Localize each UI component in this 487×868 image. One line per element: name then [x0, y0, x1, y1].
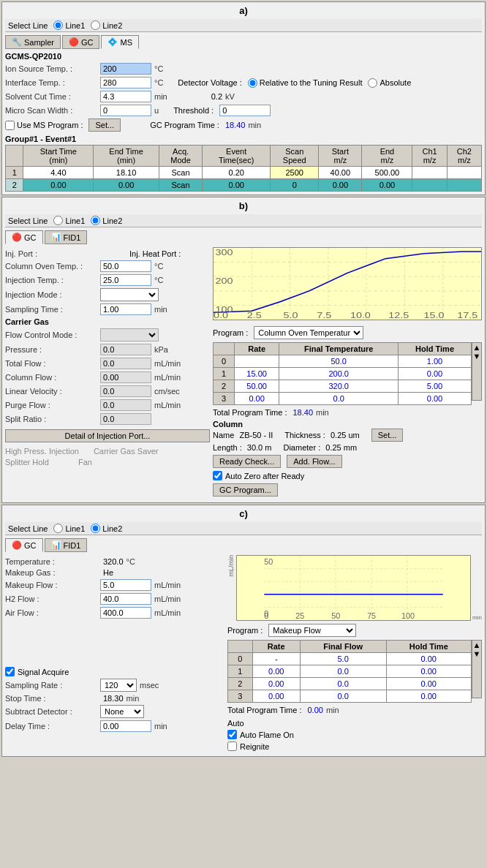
tab-sampler[interactable]: 🔧 Sampler: [5, 35, 61, 49]
split-ratio-input[interactable]: 0.0: [100, 413, 151, 425]
program-select-b[interactable]: Column Oven Temperature: [254, 326, 363, 339]
total-flow-input[interactable]: 0.0: [100, 358, 151, 369]
linear-vel-input[interactable]: 0.0: [100, 385, 151, 397]
set-ms-program-btn[interactable]: Set...: [88, 118, 121, 132]
table-row[interactable]: 1 0.00 0.0 0.00: [228, 665, 472, 678]
table-row[interactable]: 0 50.0 1.00: [214, 355, 472, 368]
pressure-input[interactable]: 0.0: [100, 344, 151, 355]
b-two-col: Inj. Port : Inj. Heat Port : Column Oven…: [5, 247, 482, 499]
total-flow-row: Total Flow : 0.0 mL/min: [5, 358, 210, 369]
auto-zero-check[interactable]: [213, 471, 222, 480]
svg-text:12.5: 12.5: [388, 312, 409, 320]
pressure-row: Pressure : 0.0 kPa: [5, 344, 210, 355]
table-row[interactable]: 0 - 5.0 0.00: [228, 653, 472, 665]
purge-flow-row: Purge Flow : 0.0 mL/min: [5, 399, 210, 411]
line2-radio-a[interactable]: Line2: [91, 20, 122, 30]
flow-control-select[interactable]: [100, 328, 159, 341]
tab-gc-c[interactable]: 🔴 GC: [5, 538, 43, 552]
column-set-btn[interactable]: Set...: [371, 429, 404, 442]
linear-vel-row: Linear Velocity : 0.0 cm/sec: [5, 385, 210, 397]
micro-scan-input[interactable]: 0: [100, 105, 151, 116]
reignite-row: Reignite: [227, 741, 482, 751]
th-end-mz: Endm/z: [362, 146, 412, 167]
auto-flame-row: Auto Flame On: [227, 730, 482, 739]
use-ms-program-check[interactable]: Use MS Program :: [5, 121, 83, 130]
program-table-b: Rate Final Temperature Hold Time 0 50.0 …: [213, 342, 472, 405]
subtract-det-select[interactable]: None: [100, 705, 144, 718]
tab-gc[interactable]: 🔴 GC: [62, 35, 100, 49]
absolute-radio[interactable]: Absolute: [368, 78, 411, 88]
auto-flame-check[interactable]: [227, 730, 237, 739]
svg-text:0: 0: [264, 611, 268, 620]
delay-time-input[interactable]: 0.00: [100, 720, 151, 732]
table-row[interactable]: 3 0.00 0.0 0.00: [228, 690, 472, 703]
line1-radio-a[interactable]: Line1: [53, 20, 85, 30]
add-flow-btn[interactable]: Add. Flow...: [287, 455, 341, 468]
h2-flow-input[interactable]: 40.0: [100, 593, 151, 605]
table-row[interactable]: 2 0.00 0.00 Scan 0.00 0 0.00 0.00: [6, 179, 482, 192]
scrollbar-b[interactable]: ▲▼: [472, 342, 482, 401]
table-row[interactable]: 2 0.00 0.0 0.00: [228, 678, 472, 690]
line1-radio-b[interactable]: Line1: [53, 216, 85, 225]
row-num: 2: [6, 179, 23, 192]
ms-program-row: Use MS Program : Set... GC Program Time …: [5, 118, 482, 132]
inj-temp-input[interactable]: 25.0: [100, 274, 151, 286]
tab-ms[interactable]: 💠 MS: [101, 35, 139, 49]
sampling-rate-row-c: Sampling Rate : 120 msec: [5, 679, 224, 692]
table-row[interactable]: 3 0.00 0.0 0.00: [214, 393, 472, 405]
program-row-c: Program : Makeup Flow: [227, 624, 482, 637]
sampling-rate-select[interactable]: 120: [100, 679, 137, 692]
ms-icon: 💠: [107, 37, 118, 47]
th-acq-mode: Acq.Mode: [159, 146, 203, 167]
line2-radio-c[interactable]: Line2: [91, 524, 122, 533]
solvent-cut-input[interactable]: 4.3: [100, 91, 151, 102]
sampling-time-input[interactable]: 1.00: [100, 303, 151, 315]
scrollbar-c[interactable]: ▲▼: [472, 640, 482, 698]
table-row[interactable]: 1 4.40 18.10 Scan 0.20 2500 40.00 500.00: [6, 167, 482, 179]
temp-row-c: Temperature : 320.0 °C: [5, 557, 224, 566]
inj-mode-row: Injection Mode :: [5, 288, 210, 301]
col-flow-input[interactable]: 0.00: [100, 371, 151, 383]
relative-radio[interactable]: Relative to the Tuning Result: [248, 78, 363, 88]
interface-temp-input[interactable]: 280: [100, 77, 151, 88]
tab-gc-b[interactable]: 🔴 GC: [5, 230, 43, 244]
gc-temp-chart: 300 200 100 0.0 2.5 5.0 7.5 10.0 12.5 15…: [213, 247, 482, 320]
inj-port-row: Inj. Port : Inj. Heat Port :: [5, 249, 210, 258]
splitter-row: Splitter Hold Fan: [5, 458, 210, 467]
tabs-c: 🔴 GC 📊 FID1: [5, 538, 482, 552]
c-two-col: Temperature : 320.0 °C Makeup Gas : He M…: [5, 555, 482, 753]
solvent-cut-row: Solvent Cut Time : 4.3 min 0.2 kV: [5, 91, 482, 102]
table-row[interactable]: 2 50.00 320.0 5.00: [214, 380, 472, 393]
ready-check-btn[interactable]: Ready Check...: [213, 455, 281, 468]
total-prog-time-c: Total Program Time : 0.00 min: [227, 706, 482, 714]
column-flow-row: Column Flow : 0.00 mL/min: [5, 371, 210, 383]
purge-flow-input[interactable]: 0.0: [100, 399, 151, 411]
svg-text:15.0: 15.0: [424, 312, 445, 320]
svg-text:50: 50: [264, 557, 273, 566]
reignite-check[interactable]: [227, 741, 237, 751]
table-row[interactable]: 1 15.00 200.0 0.00: [214, 368, 472, 380]
gc-program-btn[interactable]: GC Program...: [213, 483, 278, 497]
svg-text:200: 200: [216, 277, 233, 286]
program-row-b: Program : Column Oven Temperature: [213, 326, 482, 339]
interface-temp-row: Interface Temp. : 280 °C Detector Voltag…: [5, 77, 482, 88]
line2-radio-b[interactable]: Line2: [91, 216, 122, 225]
makeup-flow-input[interactable]: 5.0: [100, 579, 151, 591]
svg-rect-0: [214, 248, 481, 320]
tab-fid1-c[interactable]: 📊 FID1: [45, 538, 88, 552]
threshold-input[interactable]: 0: [219, 105, 271, 116]
col-oven-input[interactable]: 50.0: [100, 260, 151, 272]
tab-fid1-b[interactable]: 📊 FID1: [45, 230, 88, 244]
b-left: Inj. Port : Inj. Heat Port : Column Oven…: [5, 247, 210, 499]
program-select-c[interactable]: Makeup Flow: [268, 624, 356, 637]
group-title-a: Group#1 - Event#1: [5, 135, 482, 143]
line1-radio-c[interactable]: Line1: [53, 524, 85, 533]
ion-source-temp-input[interactable]: 200: [100, 63, 151, 75]
pth-final-b: Final Temperature: [279, 343, 399, 355]
svg-text:75: 75: [367, 611, 376, 620]
inj-mode-select[interactable]: [100, 288, 159, 301]
signal-acquire-check[interactable]: [5, 667, 15, 676]
air-flow-input[interactable]: 400.0: [100, 607, 151, 619]
select-line-label-a: Select Line: [8, 21, 48, 30]
detail-inj-port-btn[interactable]: Detail of Injection Port...: [5, 429, 210, 442]
